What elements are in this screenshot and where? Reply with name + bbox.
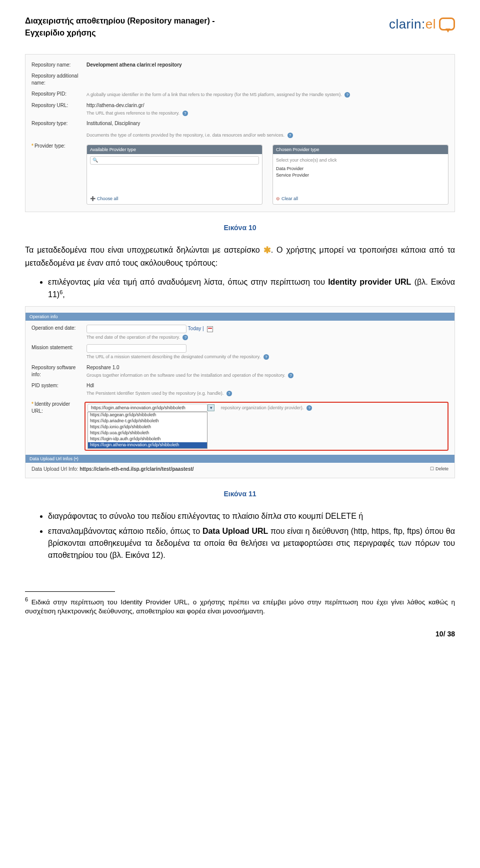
available-list-header: Available Provider type [87,145,262,155]
sw-hint: Groups together information on the softw… [86,373,286,378]
repository-url-label: Repository URL: [32,102,82,109]
list-item: διαγράφοντας το σύνολο του πεδίου επιλέγ… [48,510,455,522]
url-hint: The URL that gives reference to the repo… [86,111,180,116]
chevron-down-icon[interactable]: ▾ [208,404,214,411]
list-item[interactable]: https://idp.aegean.gr/idp/shibboleth [88,412,207,418]
footnote-separator [25,591,115,592]
list-item[interactable]: https://login-idp.auth.gr/idp/shibboleth [88,436,207,442]
footnote: 6 Ειδικά στην περίπτωση του Identity Pro… [25,596,455,616]
choose-all-button[interactable]: ➕Choose all [90,196,118,202]
clarin-logo: clarin:el [389,15,455,33]
info-icon: ? [306,405,312,411]
figure-caption-11: Εικόνα 11 [25,489,455,499]
repository-type-label: Repository type: [32,120,82,127]
search-input[interactable]: 🔍 [90,156,259,165]
page-number: 10/ 38 [25,629,455,639]
provider-type-label: *Provider type: [32,143,82,150]
dual-listbox: Available Provider type 🔍 ➕Choose all Ch… [86,145,448,205]
mission-statement-label: Mission statement: [32,344,82,351]
list-item[interactable]: https://idp.ionio.gr/idp/shibboleth [88,424,207,430]
operation-end-date-label: Operation end date: [32,325,82,332]
mission-hint: The URL of a mission statement describin… [86,354,260,359]
pid-system-value: Hdl [86,382,448,389]
search-icon: 🔍 [92,158,98,163]
repository-name-label: Repository name: [32,62,82,69]
pid-hint: The Persistent Identifier System used by… [86,391,224,396]
list-item[interactable]: https://idp.ariadne-t.gr/idp/shibboleth [88,418,207,424]
idp-dropdown-list[interactable]: https://idp.aegean.gr/idp/shibboleth htt… [88,412,208,448]
info-icon: ? [182,335,188,340]
clear-all-button[interactable]: ⊖Clear all [276,196,298,202]
info-icon: ? [288,133,293,138]
opend-hint: The end date of the operation of the rep… [86,335,180,340]
idp-url-select[interactable]: https://login.athena-innovation.gr/idp/s… [88,404,208,412]
list-item[interactable]: Data Provider [276,166,445,172]
pid-system-label: PID system: [32,382,82,389]
list-item: επαναλαμβάνοντας κάποιο πεδίο, όπως το D… [48,525,455,561]
page-header: Διαχειριστής αποθετηρίου (Repository man… [25,15,455,39]
info-icon: ? [264,354,269,360]
software-info-label: Repository software info: [32,364,82,378]
chosen-hint: Select your choice(s) and click [276,157,445,164]
screenshot-repository-form: Repository name: Development athena clar… [25,54,455,212]
operation-info-bar: Operation info [26,313,454,321]
additional-name-label: Repository additional name: [32,73,82,87]
paragraph-1: Τα μεταδεδομένα που είναι υποχρεωτικά δη… [25,244,455,269]
required-asterisk-icon: * [32,143,34,149]
highlighted-dropdown: https://login.athena-innovation.gr/idp/s… [84,402,448,451]
speech-bubble-icon [439,18,455,31]
calendar-icon[interactable] [207,326,213,332]
mission-statement-input[interactable] [86,344,186,353]
plus-icon: ➕ [90,196,96,201]
repository-type-value: Institutional, Disciplinary [86,120,448,127]
chosen-provider-listbox[interactable]: Chosen Provider type Select your choice(… [272,145,448,205]
operation-end-date-input[interactable] [86,325,186,333]
repository-url-value: http://athena-dev.clarin.gr/ [86,102,448,109]
type-hint: Documents the type of contents provided … [86,133,284,138]
screenshot-operation-form: Operation info Operation end date: Today… [25,306,455,479]
header-title-line1: Διαχειριστής αποθετηρίου (Repository man… [25,15,215,27]
delete-checkbox[interactable]: ☐ Delete [430,466,448,472]
identity-provider-url-label: *Identity provider URL: [32,401,82,415]
bullet-list-2: διαγράφοντας το σύνολο του πεδίου επιλέγ… [48,510,455,561]
data-upload-url-bar: Data Upload Url Infos (•) [26,455,454,463]
repository-name-value: Development athena clarin:el repository [86,62,182,68]
info-icon: ? [344,92,350,98]
today-link[interactable]: Today | [188,326,204,331]
software-info-value: Reposhare 1.0 [86,364,448,371]
required-asterisk-icon: * [32,401,34,407]
header-title-line2: Εγχειρίδιο χρήσης [25,27,215,39]
available-provider-listbox[interactable]: Available Provider type 🔍 ➕Choose all [86,145,262,205]
minus-icon: ⊖ [276,196,280,201]
repository-pid-label: Repository PID: [32,91,82,98]
info-icon: ? [226,391,232,396]
chosen-list-header: Chosen Provider type [273,145,448,155]
list-item-selected[interactable]: https://login.athena-innovation.gr/idp/s… [88,442,207,448]
info-icon: ? [288,373,294,378]
list-item[interactable]: https://idp.uoa.gr/idp/shibboleth [88,430,207,436]
data-upload-row: Data Upload Url Info: https://clarin-eth… [32,466,425,473]
list-item: επιλέγοντας μία νέα τιμή από αναδυόμενη … [48,276,455,301]
asterisk-icon: ✱ [264,245,271,255]
logo-text: clarin:el [389,15,436,33]
figure-caption-10: Εικόνα 10 [25,223,455,233]
pid-hint: A globally unique identifier in the form… [86,92,342,97]
info-icon: ? [182,111,188,116]
header-title: Διαχειριστής αποθετηρίου (Repository man… [25,15,215,39]
idp-hint: repository organization (identity provid… [221,405,304,410]
bullet-list-1: επιλέγοντας μία νέα τιμή από αναδυόμενη … [48,276,455,301]
list-item[interactable]: Service Provider [276,172,445,179]
